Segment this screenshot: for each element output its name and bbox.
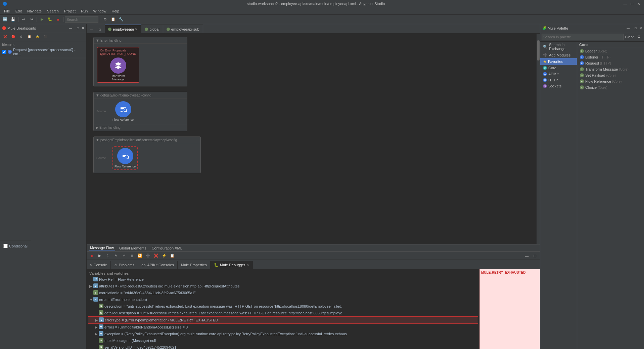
toolbar-save[interactable]: 💾 [9,16,17,23]
toolbar-undo[interactable]: ↩ [20,16,27,23]
editor-maximize[interactable]: □ [96,26,103,33]
menu-help[interactable]: Help [109,8,122,14]
canvas-scroll[interactable]: ▼ Error handling On Error Propagate type… [87,34,540,244]
debug-step-next-btn[interactable]: ⤷ [112,252,120,260]
flow-tab-global-elements[interactable]: Global Elements [118,245,148,251]
debug-stop-btn[interactable]: ■ [88,252,95,260]
debug-btn-6[interactable]: 🔁 [136,252,144,260]
toolbar-btn-extra3[interactable]: 🔧 [118,16,125,23]
var-flow-ref[interactable]: R Flow Ref = Flow Reference [88,276,478,283]
palette-close[interactable]: ✕ [639,26,642,30]
debug-step-prev-btn[interactable]: ⤶ [120,252,128,260]
conditional-checkbox[interactable] [3,244,8,248]
palette-clear-btn[interactable]: Clear [624,35,635,39]
tab-console[interactable]: > Console [87,261,111,269]
tab-close-employeeapi[interactable]: ✕ [135,28,138,31]
close-btn[interactable]: ✕ [636,1,641,6]
bp-btn-6[interactable]: ⬛ [42,33,49,40]
menu-search[interactable]: Search [44,8,61,14]
palette-item-choice[interactable]: C Choice (Core) [577,84,644,90]
breakpoints-maximize[interactable]: □ [74,25,82,32]
var-description[interactable]: s description = "until-successful' retri… [88,303,478,310]
menu-run[interactable]: Run [78,8,90,14]
debug-step-over-btn[interactable]: ⤵ [104,252,111,260]
var-exception[interactable]: ▶ v exception = (RetryPolicyExhaustedExc… [88,331,478,337]
debug-btn-10[interactable]: 📋 [169,252,176,260]
bp-btn-2[interactable]: 🔴 [9,33,17,40]
expand-mule-message[interactable] [95,338,99,343]
menu-file[interactable]: File [1,8,13,14]
menu-window[interactable]: Window [90,8,109,14]
palette-item-logger[interactable]: L Logger (Core) [577,48,644,54]
palette-item-request[interactable]: R Request (HTTP) [577,60,644,66]
tab-problems[interactable]: ⚠ Problems [111,261,138,269]
bp-btn-1[interactable]: ❌ [1,33,9,40]
toolbar-stop[interactable]: ■ [54,16,62,23]
bp-btn-5[interactable]: 🔒 [34,33,41,40]
palette-minimize[interactable]: — [625,25,632,32]
palette-item-listener[interactable]: L Listener (HTTP) [577,54,644,60]
bp-btn-3[interactable]: ⚙ [17,33,25,40]
expand-serial[interactable] [95,345,99,349]
expand-exception[interactable]: ▶ [95,331,99,337]
debug-btn-7[interactable]: ➕ [144,252,152,260]
expand-errors[interactable]: ▶ [95,324,99,330]
menu-edit[interactable]: Edit [13,8,25,14]
editor-minimize[interactable]: — [88,26,95,33]
var-error-type[interactable]: ▶ v errorType = (ErrorTypeImplementation… [88,316,478,324]
palette-item-add-modules[interactable]: ➕ Add Modules [540,52,577,58]
bp-btn-4[interactable]: 📋 [26,33,33,40]
toolbar-btn-extra1[interactable]: ⚙ [101,16,109,23]
palette-item-transform[interactable]: T Transform Message (Core) [577,66,644,72]
var-errors[interactable]: ▶ v errors = (UnmodifiableRandomAccessLi… [88,324,478,331]
menu-navigate[interactable]: Navigate [25,8,44,14]
expand-correlationid[interactable] [89,290,93,296]
canvas-scrollbar[interactable] [537,34,540,244]
toolbar-redo[interactable]: ↪ [28,16,35,23]
var-detailed-desc[interactable]: s detailedDescription = "until-successfu… [88,310,478,316]
debug-resume-btn[interactable]: ▶ [96,252,103,260]
flow-reference-node-get[interactable]: Flow Reference [112,101,134,121]
variables-list[interactable]: Variables and watches R Flow Ref = Flow … [87,269,479,349]
search-input[interactable] [65,16,98,23]
debug-btn-8[interactable]: ❌ [152,252,160,260]
flow-tab-configuration-xml[interactable]: Configuration XML [150,245,184,251]
expand-flow-ref[interactable] [89,277,93,282]
toolbar-new[interactable]: 🆕 [1,16,9,23]
palette-search-input[interactable] [542,34,624,40]
tab-apikit-consoles[interactable]: api APIKit Consoles [138,261,178,269]
toolbar-run[interactable]: ▶ [38,16,46,23]
var-mule-message[interactable]: s muleMessage = (Message) null [88,337,478,344]
tab-global[interactable]: global [141,25,163,33]
toolbar-debug[interactable]: 🐛 [46,16,54,23]
debugger-close[interactable]: ✕ [246,263,249,267]
palette-item-apikit[interactable]: A APIKit [540,71,577,77]
palette-item-set-payload[interactable]: S Set Payload (Core) [577,72,644,78]
minimize-btn[interactable]: — [623,1,628,6]
tab-employeeapi[interactable]: employeeapi ✕ [105,25,141,33]
palette-item-favorites[interactable]: ★ Favorites [540,58,577,65]
flow-reference-node-post[interactable]: Flow Reference [114,148,136,168]
expand-detailed[interactable] [95,310,99,316]
debug-btn-9[interactable]: ⚡ [160,252,168,260]
flow-reference-error-box[interactable]: Flow Reference [112,146,138,170]
debug-minimize[interactable]: — [523,252,531,260]
tab-employeeapi-sub[interactable]: employeeapi-sub [163,25,203,33]
breakpoints-minimize[interactable]: — [67,25,74,32]
palette-item-sockets[interactable]: S Sockets [540,83,577,89]
tab-mule-properties[interactable]: Mule Properties [178,261,211,269]
palette-item-flow-reference[interactable]: F Flow Reference (Core) [577,78,644,84]
toolbar-btn-extra2[interactable]: 📋 [109,16,117,23]
debug-maximize[interactable]: □ [531,252,539,260]
var-error[interactable]: ▼ v error = (ErrorImplementation) [88,296,478,303]
var-serial[interactable]: s serialVersionUID = -690469217452209402… [88,344,478,349]
palette-item-search-exchange[interactable]: 🔍 Search in Exchange [540,42,577,52]
expand-error[interactable]: ▼ [89,297,93,302]
palette-item-core[interactable]: C Core [540,65,577,71]
palette-item-http[interactable]: H HTTP [540,77,577,83]
var-correlationid[interactable]: s correlationId = "ed4d36e0-4684-11eb-8f… [88,289,478,296]
transform-message-node[interactable]: TransformMessage [110,57,126,81]
menu-project[interactable]: Project [61,8,78,14]
debug-btn-5[interactable]: ⏸ [128,252,136,260]
flow-tab-message-flow[interactable]: Message Flow [89,245,115,251]
